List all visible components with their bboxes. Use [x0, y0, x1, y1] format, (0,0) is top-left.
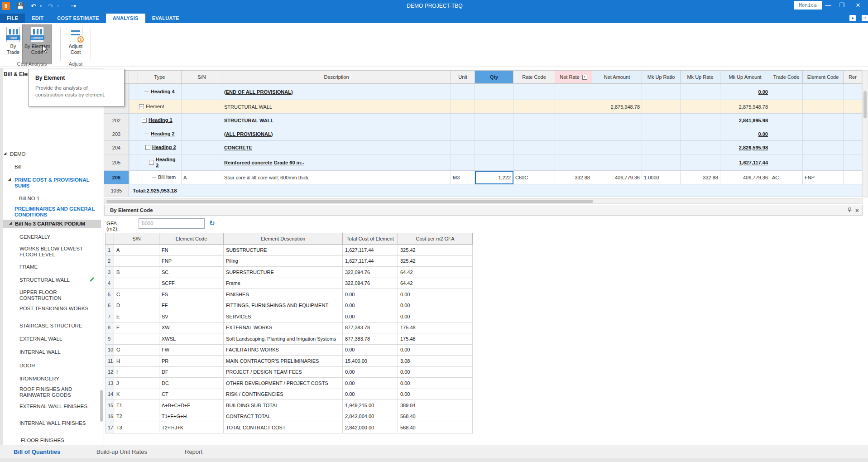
element-table-header-cost[interactable]: Cost per m2 GFA	[398, 233, 473, 245]
grid-row[interactable]: Heading 4(END OF ALL PROVISIONAL)0.00	[104, 84, 862, 100]
grid-column-header-net_amount[interactable]: Net Amount	[592, 70, 642, 84]
sidebar-item-bill-no-3-carpark-podium[interactable]: Bill No 3 CARPARK PODIUM	[3, 220, 101, 228]
sidebar-scrollbar-thumb[interactable]	[100, 390, 103, 422]
menu-tab-file[interactable]: FILE	[0, 14, 25, 23]
collapse-box-icon[interactable]: −	[142, 118, 147, 123]
save-icon[interactable]: 💾	[16, 1, 24, 10]
grid-row-203[interactable]: 203Heading 2(ALL PROVISIONAL)0.00	[104, 127, 862, 141]
grid-column-header-element_code[interactable]: Element Code	[803, 70, 844, 84]
help-icon[interactable]: ?	[862, 15, 868, 21]
tree-expander-icon[interactable]: ◢	[4, 151, 6, 155]
grid-column-header-type[interactable]: Type	[138, 70, 182, 84]
element-table-row-15[interactable]: 15T1A+B+C+D+EBUILDING SUB-TOTAL1,949,215…	[105, 400, 473, 411]
element-table-row-8[interactable]: 8FXWEXTERNAL WORKS877,383.78175.48	[105, 322, 473, 334]
menu-tab-evaluate[interactable]: EVALUATE	[145, 14, 186, 23]
collapse-box-icon[interactable]: −	[145, 145, 150, 150]
app-logo-icon[interactable]: 8	[2, 2, 10, 10]
grid-row-204[interactable]: 204−Heading 2CONCRETE2,826,595.98	[104, 141, 862, 154]
tree-expander-icon[interactable]: ◢	[9, 221, 12, 225]
pin-icon[interactable]	[847, 207, 852, 214]
grid-cell-desc[interactable]: (END OF ALL PROVISIONAL)	[222, 84, 451, 100]
sidebar-item-door[interactable]: DOOR	[19, 363, 100, 369]
grid-column-header-indent[interactable]	[129, 70, 138, 84]
grid-cell-qty[interactable]	[475, 141, 513, 154]
sidebar-item-external-wall-finishes[interactable]: EXTERNAL WALL FINISHES	[19, 404, 100, 409]
grid-column-header-desc[interactable]: Description	[222, 70, 451, 84]
close-button[interactable]: ✕	[853, 2, 863, 9]
sidebar-item-bill[interactable]: Bill	[14, 164, 95, 170]
redo-icon[interactable]: ↷	[48, 1, 53, 10]
grid-column-header-trade_code[interactable]: Trade Code	[770, 70, 803, 84]
grid-cell-desc[interactable]: (ALL PROVISIONAL)	[222, 127, 451, 141]
panel-close-icon[interactable]: ×	[855, 207, 859, 214]
element-table-row-14[interactable]: 14KCTRISK / CONTINGENCIES0.000.00	[105, 389, 473, 400]
element-table-header-code[interactable]: Element Code	[159, 233, 224, 245]
grid-column-header-net_rate[interactable]: Net Rate+	[555, 70, 592, 84]
grid-column-header-qty[interactable]: Qty	[475, 70, 513, 84]
element-table-row-9[interactable]: 9XWSLSoft Landscaping, Planting and Irri…	[105, 333, 473, 345]
grid-column-header-unit[interactable]: Unit	[451, 70, 475, 84]
footer-tab-report[interactable]: Report	[185, 448, 202, 455]
footer-tab-build-up-unit-rates[interactable]: Build-up Unit Rates	[96, 448, 147, 455]
pin-panel-icon[interactable]: ★	[849, 15, 856, 21]
undo-icon[interactable]: ↶	[31, 1, 36, 10]
sidebar-item-upper-floor-construction[interactable]: UPPER FLOOR CONSTRUCTION	[19, 289, 100, 301]
collapse-box-icon[interactable]: −	[139, 104, 144, 109]
ribbon-button-by-trade[interactable]: TradeByTrade	[4, 25, 23, 64]
grid-cell-desc[interactable]: STRUCTURAL WALL	[222, 114, 451, 127]
sidebar-item-bill-no-1[interactable]: Bill NO 1	[19, 196, 100, 202]
menu-tab-edit[interactable]: EDIT	[25, 14, 50, 23]
element-table-row-4[interactable]: 4SCFFFrame322,094.7664.42	[105, 278, 473, 289]
sidebar-item-internal-wall-finishes[interactable]: INTERNAL WALL FINISHES	[19, 420, 100, 426]
restore-button[interactable]: ❐	[837, 2, 847, 9]
element-table-row-5[interactable]: 5CFSFINISHES0.000.00	[105, 289, 473, 300]
expand-column-icon[interactable]: +	[582, 75, 587, 80]
sidebar-item-staircase-structure[interactable]: STAIRCASE STRUCTURE	[19, 323, 100, 329]
grid-row-205[interactable]: 205−Heading 3Reinforced concrete Grade 6…	[104, 154, 862, 171]
edit-pencil-icon[interactable]	[89, 276, 95, 283]
grid-cell-qty[interactable]	[475, 127, 513, 141]
collapse-box-icon[interactable]: −	[149, 160, 154, 165]
grid-row-206[interactable]: 206Bill ItemAStair core & lift core wall…	[104, 171, 862, 184]
grid-column-header-mkup_amount[interactable]: Mk Up Amount	[720, 70, 770, 84]
menu-tab-cost-estimate[interactable]: COST ESTIMATE	[50, 14, 106, 23]
redo-dropdown-icon[interactable]: ▾	[57, 4, 59, 8]
element-table-row-12[interactable]: 12IDFPROJECT / DESIGN TEAM FEES0.000.00	[105, 367, 473, 378]
element-table-row-2[interactable]: 2FNPPiling1,627,117.44325.42	[105, 256, 473, 267]
element-table-header-blank[interactable]	[105, 233, 114, 245]
sidebar-item-demo[interactable]: DEMO	[10, 151, 91, 157]
grid-cell-qty[interactable]	[475, 100, 513, 114]
element-table-header-desc[interactable]: Element Description	[224, 233, 343, 245]
element-table-header-sn[interactable]: S/N	[114, 233, 159, 245]
sidebar-item-preliminaries-and-general-conditions[interactable]: PRELIMINARIES AND GENERAL CONDITIONS	[14, 206, 95, 218]
grid-row[interactable]: −ElementSTRUCTURAL WALL2,875,948.782,875…	[104, 100, 862, 114]
sidebar-item-ironmongery[interactable]: IRONMONGERY	[19, 376, 100, 382]
grid-vertical-scrollbar[interactable]	[862, 70, 868, 197]
sidebar-item-internal-wall[interactable]: INTERNAL WALL	[19, 349, 100, 355]
element-table-row-16[interactable]: 16T2T1+F+G+HCONTRACT TOTAL2,842,004.0056…	[105, 411, 473, 423]
element-table-row-3[interactable]: 3BSCSUPERSTRUCTURE322,094.7664.42	[105, 267, 473, 278]
grid-column-header-sn[interactable]: S/N	[182, 70, 222, 84]
gfa-input[interactable]: 5000	[139, 218, 205, 229]
element-table-row-10[interactable]: 10GFWFACILITATING WORKS0.000.00	[105, 345, 473, 356]
grid-cell-desc[interactable]: Stair core & lift core wall; 600mm thick	[222, 171, 451, 184]
element-table-row-11[interactable]: 11HPRMAIN CONTRACTOR'S PRELIMINARIES15,4…	[105, 356, 473, 367]
grid-cell-desc[interactable]: CONCRETE	[222, 141, 451, 154]
element-table-row-13[interactable]: 13JDCOTHER DEVELOPMENT / PROJECT COSTS0.…	[105, 378, 473, 389]
tree-expander-icon[interactable]: ◢	[8, 177, 11, 181]
element-table-row-7[interactable]: 7ESVSERVICES0.000.00	[105, 311, 473, 322]
customize-toolbar-icon[interactable]: ≡▾	[71, 1, 76, 10]
sidebar-item-post-tensioning-works[interactable]: POST TENSIONING WORKS	[19, 306, 100, 312]
grid-horizontal-scrollbar[interactable]	[104, 198, 863, 204]
grid-column-header-mkup_rate[interactable]: Mk Up Rate	[681, 70, 720, 84]
refresh-icon[interactable]: ↻	[209, 219, 215, 227]
undo-dropdown-icon[interactable]: ▾	[40, 4, 42, 8]
sidebar-item-structural-wall[interactable]: STRUCTURAL WALL	[19, 277, 100, 283]
grid-vscroll-thumb[interactable]	[863, 91, 867, 118]
element-table-row-17[interactable]: 17T3T2+I+J+KTOTAL CONTRACT COST2,842,000…	[105, 422, 473, 433]
sidebar-item-prime-cost-provisional-sums[interactable]: PRIME COST & PROVISIONAL SUMS	[14, 177, 95, 189]
grid-cell-qty[interactable]: 1,222	[475, 171, 513, 184]
grid-cell-desc[interactable]: Reinforced concrete Grade 60 in:-	[222, 154, 451, 171]
sidebar-item-generally[interactable]: GENERALLY	[19, 234, 100, 240]
minimize-button[interactable]: —	[823, 2, 833, 9]
